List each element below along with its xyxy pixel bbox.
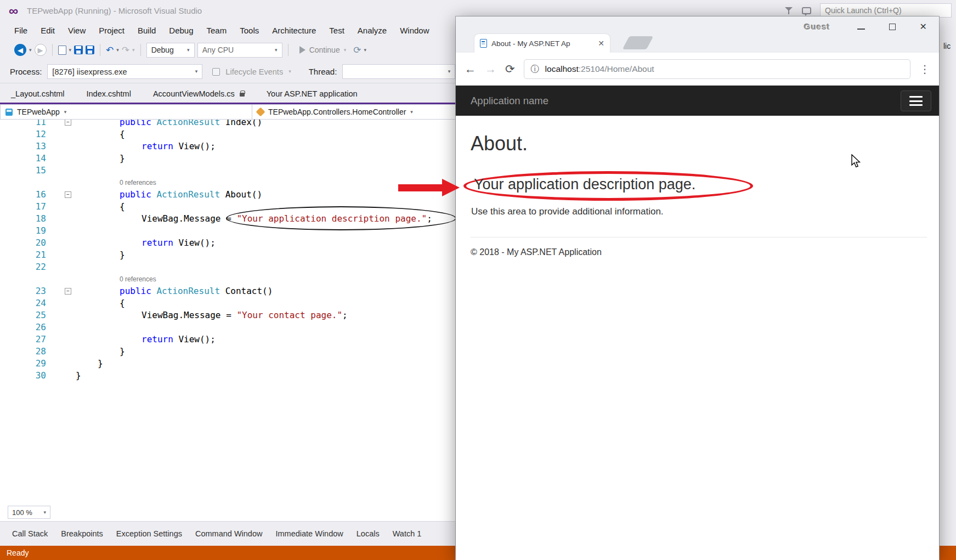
dropdown-caret-icon[interactable]: ▾ <box>364 48 366 53</box>
fold-collapse-icon[interactable]: − <box>65 120 71 126</box>
fold-collapse-icon[interactable]: − <box>65 191 71 198</box>
filter-icon[interactable] <box>784 6 793 15</box>
code-row: 15 <box>0 165 456 177</box>
menu-item-tools[interactable]: Tools <box>233 23 265 38</box>
browser-refresh-icon[interactable]: ⟳ <box>505 63 515 75</box>
line-number: 27 <box>0 333 46 346</box>
dropdown-caret-icon[interactable]: ▾ <box>69 48 72 53</box>
thread-dropdown[interactable]: ▾ <box>342 64 455 79</box>
dropdown-caret-icon: ▾ <box>132 48 135 53</box>
navigate-forward-icon[interactable]: ▶ <box>35 44 47 56</box>
quick-launch-input[interactable]: Quick Launch (Ctrl+Q) <box>820 3 952 18</box>
line-number: 20 <box>0 237 46 249</box>
doc-tab[interactable]: _Layout.cshtml <box>4 85 80 103</box>
menu-item-team[interactable]: Team <box>200 23 234 38</box>
restart-icon[interactable]: ⟳ <box>353 46 361 55</box>
fold-column <box>46 213 76 225</box>
menu-item-project[interactable]: Project <box>92 23 131 38</box>
code-row: 16−public ActionResult About() <box>0 189 456 201</box>
lifecycle-events-label[interactable]: Lifecycle Events <box>225 67 283 76</box>
panel-tab-immediate-window[interactable]: Immediate Window <box>269 526 349 541</box>
code-token: ViewBag.Message = <box>142 213 236 224</box>
panel-tab-command-window[interactable]: Command Window <box>189 526 269 541</box>
close-icon[interactable]: ✕ <box>920 22 927 31</box>
feedback-icon[interactable] <box>802 7 811 14</box>
tab-close-icon[interactable]: ✕ <box>598 39 604 47</box>
code-token: ActionResult <box>156 286 225 296</box>
menu-item-debug[interactable]: Debug <box>162 23 200 38</box>
panel-tab-watch-1[interactable]: Watch 1 <box>386 526 428 541</box>
process-dropdown[interactable]: [8276] iisexpress.exe ▾ <box>47 64 202 79</box>
project-name: TEPwebApp <box>17 108 60 116</box>
panel-tab-locals[interactable]: Locals <box>350 526 386 541</box>
site-brand[interactable]: Application name <box>471 86 548 116</box>
doc-tab[interactable]: Index.cshtml <box>80 85 146 103</box>
codelens-row: 0 references <box>0 273 456 285</box>
project-dropdown[interactable]: TEPwebApp ▾ <box>0 104 252 120</box>
save-icon[interactable] <box>74 46 83 54</box>
code-token: View(); <box>178 334 215 344</box>
minimize-icon[interactable] <box>857 29 865 30</box>
maximize-icon[interactable] <box>889 24 896 30</box>
toolbar-separator <box>100 44 100 56</box>
url-host: localhost <box>545 64 579 73</box>
solution-configuration-dropdown[interactable]: Debug ▾ <box>146 43 195 58</box>
new-tab-button[interactable] <box>623 36 654 49</box>
menu-item-window[interactable]: Window <box>393 23 435 38</box>
doc-tab[interactable]: Your ASP.NET application <box>260 85 373 103</box>
code-row: 25ViewBag.Message = "Your contact page."… <box>0 309 456 321</box>
panel-tab-exception-settings[interactable]: Exception Settings <box>110 526 189 541</box>
browser-back-icon[interactable]: ← <box>465 63 476 75</box>
editor-zoom-dropdown[interactable]: 100 % ▾ <box>8 506 50 519</box>
doc-tab[interactable]: AccountViewModels.cs <box>146 85 260 103</box>
dropdown-caret-icon[interactable]: ▾ <box>116 48 119 53</box>
panel-tab-breakpoints[interactable]: Breakpoints <box>54 526 110 541</box>
line-number: 19 <box>0 225 46 237</box>
code-text: ViewBag.Message = "Your contact page."; <box>76 309 456 321</box>
new-file-icon[interactable] <box>58 46 66 55</box>
menu-item-analyze[interactable]: Analyze <box>351 23 393 38</box>
code-token: return <box>142 237 178 248</box>
menu-item-architecture[interactable]: Architecture <box>265 23 323 38</box>
site-navbar: Application name <box>456 86 939 116</box>
address-bar[interactable]: ⓘ localhost:25104/Home/About <box>524 59 910 79</box>
browser-window: ✕ About - My ASP.NET Ap ✕ ← → ⟳ ⓘ localh… <box>456 16 939 560</box>
code-token: Index() <box>225 120 262 127</box>
visual-studio-logo-icon: ∞ <box>9 4 18 18</box>
menu-item-build[interactable]: Build <box>131 23 162 38</box>
code-lines: 11−public ActionResult Index()12{13retur… <box>0 120 456 382</box>
dropdown-caret-icon[interactable]: ▾ <box>29 48 32 53</box>
line-number: 13 <box>0 140 46 152</box>
url-text[interactable]: localhost:25104/Home/About <box>545 64 654 74</box>
panel-tab-call-stack[interactable]: Call Stack <box>5 526 54 541</box>
browser-menu-icon[interactable]: ⋮ <box>919 64 930 75</box>
menu-item-test[interactable]: Test <box>323 23 351 38</box>
codelens-references[interactable]: 0 references <box>76 273 456 285</box>
browser-tab[interactable]: About - My ASP.NET Ap ✕ <box>474 34 610 53</box>
code-editor[interactable]: 11−public ActionResult Index()12{13retur… <box>0 120 456 521</box>
navigate-back-icon[interactable]: ◀ <box>14 44 26 56</box>
code-text <box>76 321 456 333</box>
save-all-icon[interactable] <box>86 46 94 54</box>
page-info-icon[interactable]: ⓘ <box>531 65 540 73</box>
code-row: 24{ <box>0 297 456 309</box>
type-name: TEPwebApp.Controllers.HomeController <box>268 108 406 116</box>
menu-item-file[interactable]: File <box>8 23 34 38</box>
code-token: } <box>76 370 81 381</box>
code-row: 22 <box>0 261 456 273</box>
browser-forward-icon: → <box>485 63 496 75</box>
menu-item-edit[interactable]: Edit <box>34 23 61 38</box>
fold-column <box>46 297 76 309</box>
continue-button[interactable]: Continue ▾ <box>299 46 347 54</box>
hamburger-menu-button[interactable] <box>901 90 931 111</box>
code-text: { <box>76 128 456 140</box>
solution-platform-dropdown[interactable]: Any CPU ▾ <box>197 43 282 58</box>
hamburger-bar <box>909 104 923 106</box>
dropdown-caret-icon: ▾ <box>195 69 198 74</box>
fold-collapse-icon[interactable]: − <box>65 288 71 295</box>
undo-icon[interactable]: ↶ <box>106 46 114 55</box>
menu-item-view[interactable]: View <box>61 23 92 38</box>
line-number: 12 <box>0 128 46 140</box>
type-dropdown[interactable]: TEPwebApp.Controllers.HomeController ▾ <box>252 104 456 120</box>
code-row: 23−public ActionResult Contact() <box>0 285 456 297</box>
